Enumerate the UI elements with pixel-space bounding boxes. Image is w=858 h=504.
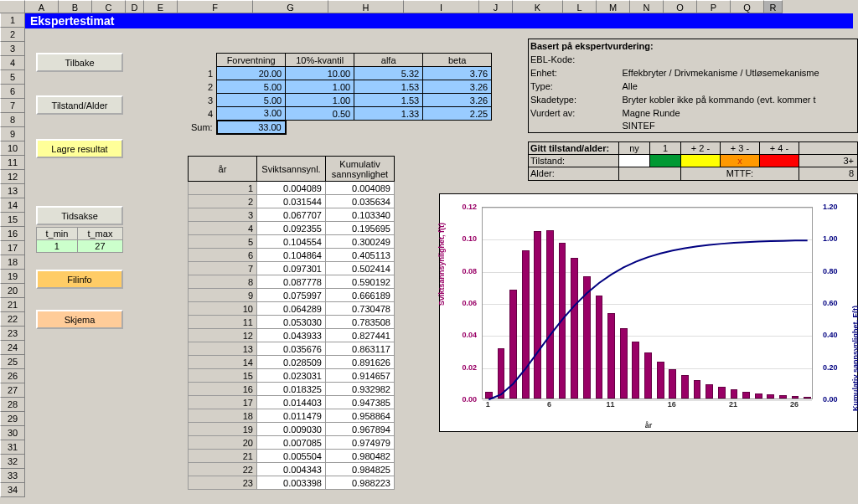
param-cell[interactable]: 3.26	[423, 94, 492, 107]
col-header-N[interactable]: N	[630, 0, 664, 13]
row-header-11[interactable]: 11	[0, 156, 24, 170]
col-header-E[interactable]: E	[144, 0, 178, 13]
row-header-29[interactable]: 29	[0, 412, 24, 426]
skjema-button[interactable]: Skjema	[36, 310, 123, 329]
data-header-kum: Kumulativ sannsynlighet	[326, 157, 395, 182]
param-cell[interactable]: 0.50	[286, 107, 354, 121]
row-header-8[interactable]: 8	[0, 113, 24, 127]
row-header-6[interactable]: 6	[0, 85, 24, 99]
lagre-resultat-button[interactable]: Lagre resultat	[36, 139, 123, 158]
row-header-23[interactable]: 23	[0, 327, 24, 341]
row-header-7[interactable]: 7	[0, 99, 24, 113]
row-header-32[interactable]: 32	[0, 455, 24, 469]
param-cell[interactable]: 2.25	[423, 107, 492, 121]
ytick-left: 0.04	[462, 331, 477, 339]
row-header-9[interactable]: 9	[0, 127, 24, 141]
param-cell[interactable]: 5.00	[217, 94, 286, 107]
param-cell[interactable]: 5.00	[217, 80, 286, 94]
col-header-L[interactable]: L	[563, 0, 597, 13]
row-header-28[interactable]: 28	[0, 398, 24, 412]
grid-area: Ekspertestimat Tilbake Tilstand/Alder La…	[25, 13, 858, 504]
parameter-table: Forventning10%-kvantilalfabeta120.0010.0…	[188, 53, 492, 135]
row-header-13[interactable]: 13	[0, 184, 24, 198]
tidsakse-range: t_mint_max 127	[36, 227, 123, 253]
param-cell[interactable]: 20.00	[217, 67, 286, 80]
col-header-I[interactable]: I	[404, 0, 479, 13]
row-header-18[interactable]: 18	[0, 255, 24, 270]
row-header-20[interactable]: 20	[0, 284, 24, 298]
param-cell[interactable]: 1.53	[354, 94, 423, 107]
param-cell[interactable]: 1.53	[354, 80, 423, 94]
col-header-K[interactable]: K	[513, 0, 563, 13]
row-header-25[interactable]: 25	[0, 355, 24, 369]
row-header-10[interactable]: 10	[0, 141, 24, 156]
ytick-right: 0.20	[823, 363, 838, 372]
tidsakse-button[interactable]: Tidsakse	[36, 206, 123, 225]
row-header-33[interactable]: 33	[0, 469, 24, 483]
data-svikt: 0.064289	[257, 302, 326, 316]
row-header-17[interactable]: 17	[0, 241, 24, 255]
data-year: 15	[189, 369, 257, 383]
row-header-14[interactable]: 14	[0, 198, 24, 213]
row-header-26[interactable]: 26	[0, 369, 24, 383]
col-header-M[interactable]: M	[597, 0, 630, 13]
param-cell[interactable]: 3.76	[423, 67, 492, 80]
param-header: beta	[423, 54, 492, 67]
row-header-15[interactable]: 15	[0, 213, 24, 227]
row-header-16[interactable]: 16	[0, 227, 24, 241]
row-header-12[interactable]: 12	[0, 170, 24, 184]
data-year: 16	[189, 383, 257, 396]
row-header-22[interactable]: 22	[0, 312, 24, 327]
row-header-2[interactable]: 2	[0, 28, 24, 42]
row-header-4[interactable]: 4	[0, 56, 24, 70]
row-header-21[interactable]: 21	[0, 298, 24, 312]
param-cell[interactable]: 1.33	[354, 107, 423, 121]
col-header-R[interactable]: R	[764, 0, 783, 13]
param-cell[interactable]: 10.00	[286, 67, 354, 80]
ytick-left: 0.00	[462, 395, 477, 404]
param-header: 10%-kvantil	[286, 54, 354, 67]
data-kum: 0.300249	[326, 235, 395, 249]
filinfo-button[interactable]: Filinfo	[36, 270, 123, 289]
col-header-Q[interactable]: Q	[731, 0, 764, 13]
data-svikt: 0.004343	[257, 463, 326, 476]
col-header-A[interactable]: A	[25, 0, 59, 13]
row-header-1[interactable]: 1	[0, 13, 24, 28]
t-max-value[interactable]: 27	[77, 240, 122, 253]
col-header-F[interactable]: F	[178, 0, 253, 13]
data-year: 22	[189, 463, 257, 476]
col-header-B[interactable]: B	[59, 0, 92, 13]
param-cell[interactable]: 5.32	[354, 67, 423, 80]
row-header-30[interactable]: 30	[0, 426, 24, 440]
col-header-P[interactable]: P	[697, 0, 731, 13]
param-cell[interactable]: 1.00	[286, 94, 354, 107]
data-year: 9	[189, 289, 257, 302]
param-cell[interactable]: 3.26	[423, 80, 492, 94]
tilstand-alder-button[interactable]: Tilstand/Alder	[36, 95, 123, 115]
row-header-3[interactable]: 3	[0, 42, 24, 56]
condition-row-1: Gitt tilstand/alder: ny 1 + 2 - + 3 - + …	[528, 141, 858, 155]
t-max-label: t_max	[77, 228, 122, 240]
data-svikt: 0.014403	[257, 396, 326, 409]
row-header-27[interactable]: 27	[0, 383, 24, 398]
param-header: alfa	[354, 54, 423, 67]
tilbake-button[interactable]: Tilbake	[36, 53, 123, 72]
param-cell[interactable]: 1.00	[286, 80, 354, 94]
data-year: 20	[189, 436, 257, 450]
row-header-19[interactable]: 19	[0, 270, 24, 284]
data-year: 19	[189, 423, 257, 436]
col-header-D[interactable]: D	[126, 0, 144, 13]
row-header-34[interactable]: 34	[0, 483, 24, 497]
col-header-J[interactable]: J	[479, 0, 513, 13]
param-cell[interactable]: 3.00	[217, 107, 286, 121]
col-header-O[interactable]: O	[664, 0, 697, 13]
col-header-G[interactable]: G	[253, 0, 328, 13]
t-min-value[interactable]: 1	[37, 240, 78, 253]
col-header-H[interactable]: H	[328, 0, 404, 13]
row-header-5[interactable]: 5	[0, 70, 24, 85]
data-year: 5	[189, 235, 257, 249]
col-header-C[interactable]: C	[92, 0, 126, 13]
data-kum: 0.502414	[326, 262, 395, 275]
row-header-31[interactable]: 31	[0, 440, 24, 455]
row-header-24[interactable]: 24	[0, 341, 24, 355]
